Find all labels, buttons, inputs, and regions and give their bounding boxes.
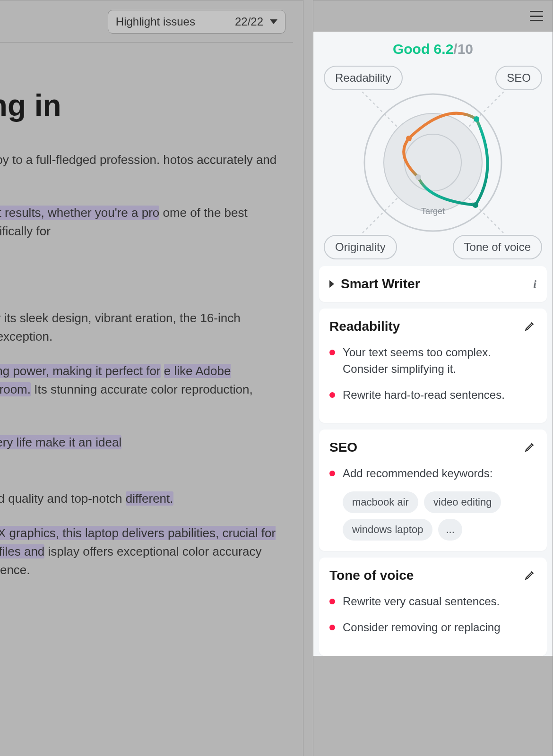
issue-text: Consider removing or replacing <box>343 619 501 636</box>
issue-text: Rewrite very casual sentences. <box>343 593 500 610</box>
menu-icon[interactable] <box>530 11 543 21</box>
issue-item[interactable]: Rewrite hard-to-read sentences. <box>329 387 536 404</box>
seo-card: SEO Add recommended keywords: macbook ai… <box>319 430 547 551</box>
issue-item[interactable]: Your text seems too complex. Consider si… <box>329 344 536 378</box>
keyword-chip[interactable]: macbook air <box>343 491 418 513</box>
highlight-issues-dropdown[interactable]: Highlight issues 22/22 <box>108 10 285 34</box>
score-value: 6.2 <box>434 41 454 57</box>
doc-paragraph: nt for achieving great results, whether … <box>0 204 284 241</box>
svg-point-7 <box>473 202 478 208</box>
doc-title: s for to Editing in <box>0 56 284 122</box>
score-label: Good <box>393 41 430 57</box>
issue-dot-icon <box>329 625 335 630</box>
pencil-icon[interactable] <box>524 440 536 455</box>
doc-paragraph: y and extensive battery life make it an … <box>0 433 284 452</box>
chevron-down-icon <box>270 19 277 24</box>
radar-chart-area: Readability SEO Originality Tone of voic… <box>319 66 547 259</box>
readability-card: Readability Your text seems too complex.… <box>319 309 547 423</box>
svg-point-5 <box>406 136 412 141</box>
readability-card-title: Readability <box>329 319 400 334</box>
svg-point-6 <box>474 116 479 122</box>
score-max: /10 <box>453 41 473 57</box>
issue-text: Your text seems too complex. Consider si… <box>343 344 536 378</box>
issue-item[interactable]: Rewrite very casual sentences. <box>329 593 536 610</box>
doc-paragraph: NVIDIA GeForce RTX graphics, this laptop… <box>0 524 284 579</box>
issue-item[interactable]: Add recommended keywords: <box>329 465 536 482</box>
analysis-panel: Good 6.2/10 Readability SEO Originality … <box>313 0 553 756</box>
seo-pill[interactable]: SEO <box>495 66 542 90</box>
issue-text: Add recommended keywords: <box>343 465 493 482</box>
keyword-chip[interactable]: video editing <box>424 491 501 513</box>
keyword-more[interactable]: ... <box>438 519 462 541</box>
tone-pill[interactable]: Tone of voice <box>453 235 542 259</box>
smart-writer-title: Smart Writer <box>341 276 420 292</box>
smart-writer-card[interactable]: Smart Writer i <box>319 266 547 302</box>
issue-highlight[interactable]: nt for achieving great results, whether … <box>0 206 159 220</box>
issue-text: Rewrite hard-to-read sentences. <box>343 387 505 404</box>
keyword-chip[interactable]: windows laptop <box>343 519 432 541</box>
editor-content: Highlight issues 22/22 s for to Editing … <box>0 0 293 605</box>
editor-pane: Highlight issues 22/22 s for to Editing … <box>0 0 303 756</box>
doc-subheading: (2024) <box>0 259 284 295</box>
pencil-icon[interactable] <box>524 319 536 334</box>
seo-card-title: SEO <box>329 440 357 455</box>
issue-dot-icon <box>329 350 335 355</box>
chevron-right-icon <box>329 280 334 288</box>
panel-content: Good 6.2/10 Readability SEO Originality … <box>313 32 553 656</box>
target-label: Target <box>421 206 445 216</box>
issue-dot-icon <box>329 392 335 398</box>
highlight-issues-label: Highlight issues <box>116 15 195 28</box>
svg-point-8 <box>415 174 421 180</box>
doc-paragraph: nparalleled processing power, making it … <box>0 362 284 417</box>
tone-card: Tone of voice Rewrite very casual senten… <box>319 558 547 656</box>
issue-highlight[interactable]: nparalleled processing power, making it … <box>0 364 161 378</box>
doc-paragraph: with its premium build quality and top-n… <box>0 490 284 508</box>
doc-paragraph: ng photographers for its sleek design, v… <box>0 309 284 346</box>
issue-dot-icon <box>329 471 335 476</box>
keyword-row: macbook air video editing windows laptop… <box>343 491 536 541</box>
document-body[interactable]: s for to Editing in m being a mere hobby… <box>0 43 293 605</box>
panel-topbar <box>313 0 553 32</box>
quality-score: Good 6.2/10 <box>319 41 547 57</box>
svg-point-3 <box>384 113 482 212</box>
issue-item[interactable]: Consider removing or replacing <box>329 619 536 636</box>
readability-pill[interactable]: Readability <box>324 66 403 90</box>
pencil-icon[interactable] <box>524 568 536 583</box>
issue-dot-icon <box>329 599 335 604</box>
highlight-issues-count: 22/22 <box>235 15 263 28</box>
issue-highlight[interactable]: different. <box>126 491 173 506</box>
doc-paragraph: m being a mere hobby to a full-fledged p… <box>0 151 284 188</box>
tone-card-title: Tone of voice <box>329 568 414 583</box>
editor-toolbar: Highlight issues 22/22 <box>0 10 293 43</box>
info-icon[interactable]: i <box>533 278 536 291</box>
originality-pill[interactable]: Originality <box>324 235 397 259</box>
issue-highlight[interactable]: y and extensive battery life make it an … <box>0 435 121 449</box>
